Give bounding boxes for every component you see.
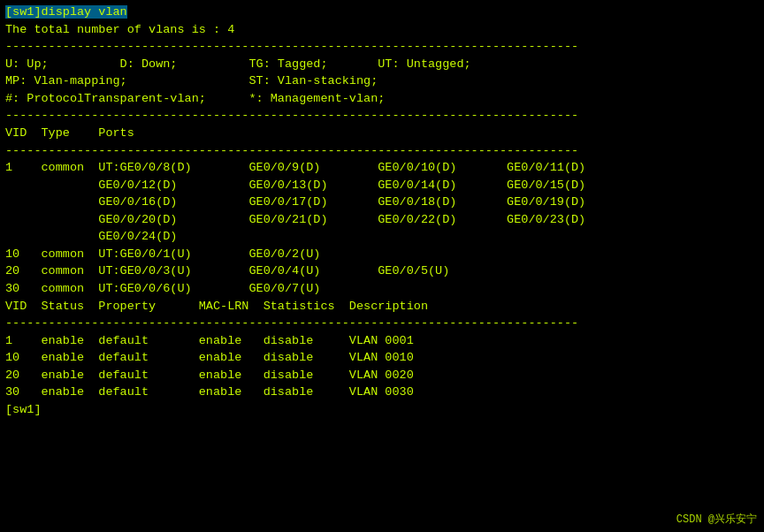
terminal-line: VID Type Ports [5, 125, 759, 142]
terminal-line: U: Up; D: Down; TG: Tagged; UT: Untagged… [5, 56, 759, 73]
terminal-line: [sw1] [5, 401, 759, 419]
terminal-line: 1 common UT:GE0/0/8(D) GE0/0/9(D) GE0/0/… [5, 159, 759, 177]
terminal-line: VID Status Property MAC-LRN Statistics D… [5, 298, 759, 315]
terminal-line: 10 common UT:GE0/0/1(U) GE0/0/2(U) [5, 246, 759, 263]
terminal-line: ----------------------------------------… [5, 315, 759, 332]
command-highlight: [sw1]display vlan [5, 5, 127, 19]
terminal-line: GE0/0/16(D) GE0/0/17(D) GE0/0/18(D) GE0/… [5, 194, 759, 211]
terminal-line: ----------------------------------------… [5, 38, 759, 56]
terminal-line: GE0/0/12(D) GE0/0/13(D) GE0/0/14(D) GE0/… [5, 177, 759, 194]
terminal-line: 1 enable default enable disable VLAN 000… [5, 332, 759, 350]
terminal-line: GE0/0/24(D) [5, 228, 759, 246]
terminal-line: MP: Vlan-mapping; ST: Vlan-stacking; [5, 72, 759, 90]
terminal-output: The total number of vlans is : 4--------… [5, 21, 759, 419]
command-prompt-line: [sw1]display vlan [5, 4, 759, 21]
terminal-line: 30 enable default enable disable VLAN 00… [5, 384, 759, 401]
terminal-line: 30 common UT:GE0/0/6(U) GE0/0/7(U) [5, 280, 759, 298]
terminal-line: The total number of vlans is : 4 [5, 21, 759, 39]
terminal-window: [sw1]display vlan The total number of vl… [0, 0, 764, 532]
terminal-line: 20 common UT:GE0/0/3(U) GE0/0/4(U) GE0/0… [5, 262, 759, 280]
terminal-line: ----------------------------------------… [5, 107, 759, 125]
terminal-line: ----------------------------------------… [5, 142, 759, 160]
terminal-line: 20 enable default enable disable VLAN 00… [5, 367, 759, 384]
terminal-line: GE0/0/20(D) GE0/0/21(D) GE0/0/22(D) GE0/… [5, 211, 759, 229]
terminal-line: #: ProtocolTransparent-vlan; *: Manageme… [5, 90, 759, 108]
watermark: CSDN @兴乐安宁 [676, 512, 757, 527]
terminal-line: 10 enable default enable disable VLAN 00… [5, 349, 759, 367]
